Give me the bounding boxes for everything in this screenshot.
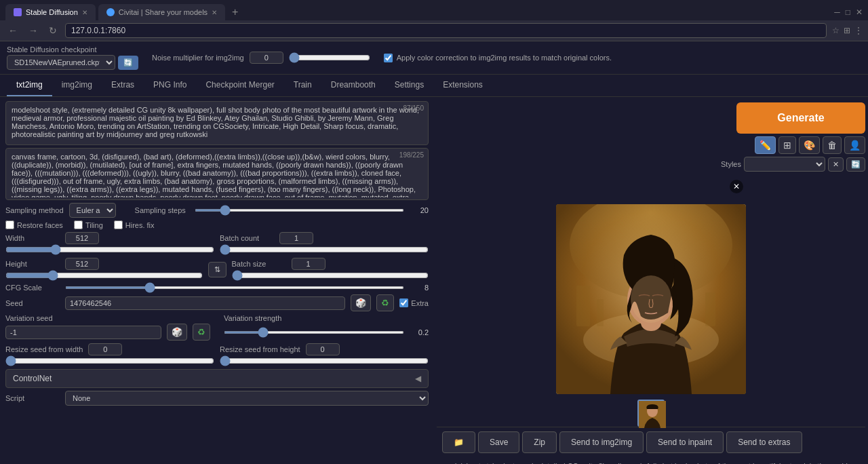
zip-btn[interactable]: Zip	[522, 431, 557, 453]
portrait-svg	[556, 204, 746, 394]
tab-sd-close[interactable]: ✕	[82, 9, 87, 16]
bookmark-icon[interactable]: ☆	[832, 26, 840, 35]
width-section: Width	[5, 232, 214, 255]
resize-height-label: Resize seed from height	[220, 345, 300, 353]
styles-apply-btn[interactable]: 🔄	[846, 157, 865, 172]
swap-dimensions-btn[interactable]: ⇅	[208, 262, 226, 277]
checkpoint-refresh-btn[interactable]: 🔄	[118, 56, 138, 70]
close-image-btn[interactable]: ✕	[730, 180, 743, 193]
grid-icon-btn[interactable]: ⊞	[778, 136, 796, 154]
seed-dice-btn[interactable]: 🎲	[351, 294, 371, 311]
cfg-section: CFG Scale 8	[5, 284, 429, 292]
resize-width-slider[interactable]	[5, 355, 214, 366]
tab-png-info[interactable]: PNG Info	[144, 75, 196, 96]
tiling-checkbox[interactable]	[74, 220, 83, 229]
reload-button[interactable]: ↻	[46, 24, 60, 37]
checkpoint-select[interactable]: SD15NewVAEpruned.ckpt [27a4ac756c]	[7, 55, 115, 70]
app-container: Stable Diffusion checkpoint SD15NewVAEpr…	[0, 41, 868, 464]
variation-seed-input[interactable]	[5, 326, 161, 339]
sampling-steps-slider[interactable]	[195, 209, 404, 212]
back-button[interactable]: ←	[5, 24, 20, 37]
generate-area: Generate ✏️ ⊞ 🎨 🗑 👤 Styles ✕ 🔄	[437, 100, 865, 172]
tab-img2img[interactable]: img2img	[52, 75, 102, 96]
noise-slider[interactable]	[289, 52, 370, 63]
resize-width-input[interactable]	[88, 343, 122, 355]
tab-civitai-label: Civitai | Share your models	[119, 8, 208, 16]
styles-refresh-btn[interactable]: ✕	[828, 157, 844, 172]
batch-size-input[interactable]	[292, 258, 326, 270]
tab-train[interactable]: Train	[284, 75, 321, 96]
restore-faces-checkbox[interactable]	[5, 220, 14, 229]
variation-seed-recycle-btn[interactable]: ♻	[193, 324, 210, 341]
person-icon-btn[interactable]: 👤	[844, 136, 865, 154]
generated-image	[556, 204, 746, 394]
close-btn[interactable]: ✕	[856, 7, 863, 17]
width-slider[interactable]	[5, 244, 214, 255]
folder-icon: 📁	[454, 438, 464, 447]
tab-txt2img[interactable]: txt2img	[7, 75, 52, 96]
tab-dreambooth[interactable]: Dreambooth	[321, 75, 385, 96]
variation-strength-slider[interactable]	[224, 331, 404, 334]
send-img2img-btn[interactable]: Send to img2img	[559, 431, 644, 453]
pencil-icon-btn[interactable]: ✏️	[755, 136, 776, 154]
batch-size-slider[interactable]	[232, 270, 429, 281]
tab-extras[interactable]: Extras	[102, 75, 144, 96]
menu-icon[interactable]: ⋮	[854, 26, 863, 35]
trash-icon-btn[interactable]: 🗑	[823, 136, 842, 154]
resize-height-input[interactable]	[306, 343, 340, 355]
height-input[interactable]	[65, 258, 99, 270]
tab-civitai-close[interactable]: ✕	[212, 9, 217, 16]
script-select[interactable]: None	[65, 391, 429, 406]
save-btn[interactable]: Save	[478, 431, 519, 453]
width-row: Width	[5, 232, 214, 244]
send-extras-btn[interactable]: Send to extras	[726, 431, 802, 453]
tab-civitai[interactable]: Civitai | Share your models ✕	[98, 4, 225, 20]
resize-height-slider[interactable]	[220, 355, 429, 366]
send-inpaint-btn[interactable]: Send to inpaint	[646, 431, 724, 453]
hires-fix-label[interactable]: Hires. fix	[114, 220, 155, 229]
variation-seed-dice-btn[interactable]: 🎲	[167, 324, 187, 341]
seed-input[interactable]	[65, 296, 345, 310]
maximize-btn[interactable]: □	[846, 7, 850, 17]
minimize-btn[interactable]: ─	[834, 7, 840, 17]
styles-select[interactable]	[744, 157, 825, 172]
tab-stable-diffusion[interactable]: Stable Diffusion ✕	[5, 4, 96, 20]
noise-input[interactable]	[250, 52, 283, 64]
thumbnail-1[interactable]	[637, 400, 665, 427]
forward-button[interactable]: →	[26, 24, 41, 37]
sampling-steps-slider-wrap: 20	[195, 206, 429, 214]
tab-checkpoint-merger[interactable]: Checkpoint Merger	[196, 75, 283, 96]
tab-extensions[interactable]: Extensions	[433, 75, 492, 96]
width-label: Width	[5, 234, 60, 242]
batch-count-input[interactable]	[279, 232, 313, 244]
seed-recycle-btn[interactable]: ♻	[376, 294, 394, 311]
address-bar: ← → ↻ ☆ ⊞ ⋮	[0, 20, 868, 41]
color-icon-btn[interactable]: 🎨	[799, 136, 820, 154]
negative-prompt[interactable]: canvas frame, cartoon, 3d, (disfigured),…	[6, 149, 428, 197]
svg-rect-5	[597, 299, 604, 326]
cfg-slider[interactable]	[65, 286, 404, 289]
folder-btn[interactable]: 📁	[442, 431, 475, 453]
tiling-label[interactable]: Tiling	[74, 220, 103, 229]
generate-button[interactable]: Generate	[736, 102, 865, 134]
variation-strength-value: 0.2	[408, 328, 429, 336]
hires-fix-checkbox[interactable]	[114, 220, 123, 229]
batch-count-slider[interactable]	[220, 244, 429, 255]
tab-settings[interactable]: Settings	[385, 75, 433, 96]
sampling-method-select[interactable]: Euler a	[69, 203, 116, 218]
extra-checkbox[interactable]	[399, 298, 408, 307]
extra-label[interactable]: Extra	[399, 298, 429, 307]
new-tab-button[interactable]: +	[228, 6, 242, 18]
apply-color-checkbox[interactable]	[384, 54, 393, 62]
restore-faces-label[interactable]: Restore faces	[5, 220, 63, 229]
content-area: modelshoot style, (extremely detailed CG…	[0, 97, 868, 464]
cfg-value: 8	[408, 284, 429, 292]
positive-prompt[interactable]: modelshoot style, (extremely detailed CG…	[6, 102, 428, 142]
height-slider[interactable]	[5, 270, 203, 281]
url-input[interactable]	[65, 23, 827, 38]
width-input[interactable]	[65, 232, 99, 244]
extension-icon[interactable]: ⊞	[844, 26, 850, 35]
tab-bar: Stable Diffusion ✕ Civitai | Share your …	[0, 0, 868, 20]
controlnet-section[interactable]: ControlNet ◀	[5, 369, 429, 388]
height-batchsize-row: Height ⇅ Batch size	[5, 258, 429, 281]
